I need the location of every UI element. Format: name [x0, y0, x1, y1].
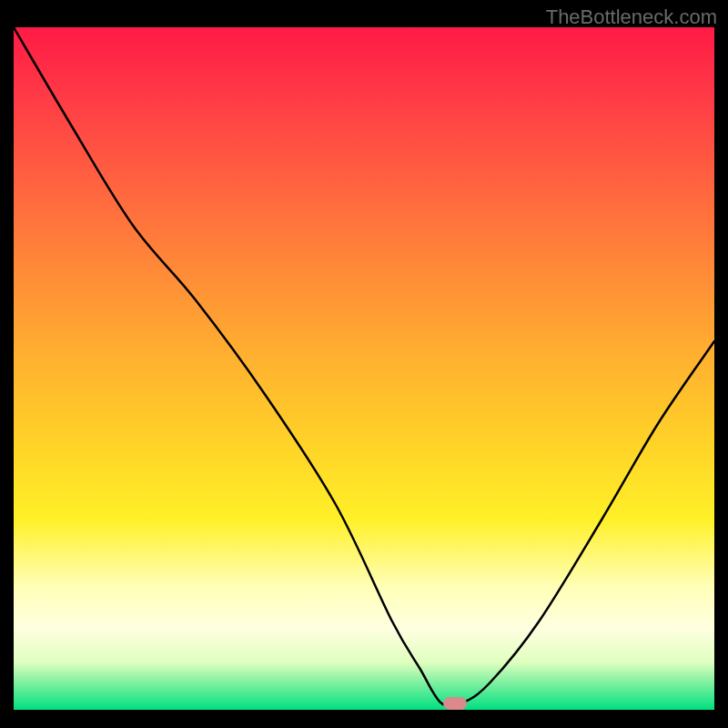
- curve-svg: [14, 27, 714, 710]
- attribution-label: TheBottleneck.com: [546, 5, 717, 29]
- optimum-marker: [443, 697, 467, 710]
- plot-area: [14, 27, 714, 710]
- bottleneck-curve: [14, 27, 714, 706]
